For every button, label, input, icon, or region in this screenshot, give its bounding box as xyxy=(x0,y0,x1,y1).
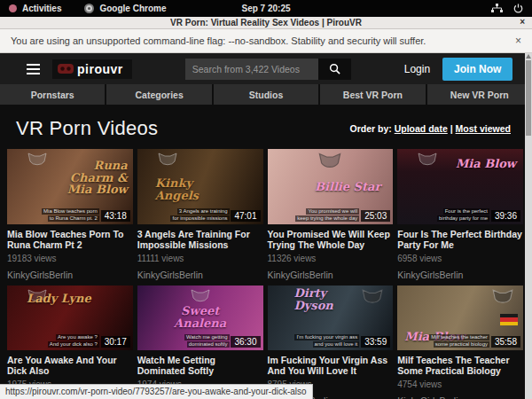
video-card[interactable]: Billie Star You promised we willkeep try… xyxy=(268,149,394,280)
site-navbar: pirouvr Login Join Now xyxy=(0,53,532,84)
view-count: 19183 views xyxy=(7,254,133,263)
video-thumbnail[interactable]: Mia Blow Milf teaches the teachersome pr… xyxy=(397,286,523,350)
studio-link[interactable]: KinkyGirlsBerlin xyxy=(7,270,133,280)
menu-item-new-vr[interactable]: New VR Porn xyxy=(427,84,532,105)
hamburger-menu-icon[interactable] xyxy=(27,64,40,74)
scrollbar-up-arrow-icon[interactable] xyxy=(526,54,531,59)
view-count: 6958 views xyxy=(397,254,523,263)
menu-item-best-vr[interactable]: Best VR Porn xyxy=(320,84,425,105)
studio-link[interactable]: KinkyGirlsBerlin xyxy=(268,270,394,280)
german-flag-icon xyxy=(500,314,518,325)
site-logo[interactable]: pirouvr xyxy=(52,59,132,79)
infobar-close-icon[interactable]: × xyxy=(515,35,521,47)
studio-link[interactable]: KinkyGirlsBerlin xyxy=(397,270,523,280)
join-now-button[interactable]: Join Now xyxy=(442,58,512,81)
system-top-bar: Activities Google Chrome Sep 7 20:25 xyxy=(0,0,532,17)
studio-watermark-icon xyxy=(27,152,48,171)
window-title-bar[interactable]: VR Porn: Virtual Reality Sex Videos | Pi… xyxy=(0,17,532,29)
video-card[interactable]: Mia Blow Milf teaches the teachersome pr… xyxy=(397,286,523,399)
infobar-message: You are using an unsupported command-lin… xyxy=(11,35,426,46)
thumbnail-caption: I'm fucking your virgin assand you will … xyxy=(294,334,359,348)
duration-badge: 35:58 xyxy=(491,336,520,348)
search-button[interactable] xyxy=(318,59,351,80)
studio-watermark-icon xyxy=(491,288,514,309)
order-by-label: Order by: xyxy=(349,123,391,134)
search-input[interactable] xyxy=(185,59,318,80)
thumbnail-caption: Four is the perfectbirthday party for me xyxy=(437,208,489,222)
duration-badge: 43:18 xyxy=(101,210,130,222)
view-count: 4754 views xyxy=(397,379,523,389)
video-title[interactable]: Mia Blow Teaches Porn To Runa Charm Pt 2 xyxy=(7,229,133,250)
category-menubar: Pornstars Categories Studios Best VR Por… xyxy=(0,84,532,105)
thumbnail-caption: Mia Blow teaches pornto Runa Charm pt. 2 xyxy=(42,208,99,222)
thumbnail-caption: Are you awake ?And your dick also ? xyxy=(48,334,99,348)
duration-badge: 47:01 xyxy=(231,210,260,222)
video-title[interactable]: You Promised We Will Keep Trying The Who… xyxy=(268,229,394,250)
window-title: VR Porn: Virtual Reality Sex Videos | Pi… xyxy=(170,18,362,27)
window-close-icon[interactable]: × xyxy=(520,17,525,27)
video-card[interactable]: Dirty Dyson I'm fucking your virgin assa… xyxy=(268,286,394,399)
studio-link[interactable]: KinkyGirlsBerlin xyxy=(137,270,263,280)
video-grid: Runa Charm & Mia Blow Mia Blow teaches p… xyxy=(7,149,523,399)
video-card[interactable]: Runa Charm & Mia Blow Mia Blow teaches p… xyxy=(7,149,133,280)
chrome-infobar: You are using an unsupported command-lin… xyxy=(0,29,532,53)
video-title[interactable]: Im Fucking Your Virgin Ass And You Will … xyxy=(268,355,394,376)
login-link[interactable]: Login xyxy=(404,63,430,75)
video-thumbnail[interactable]: Sweet Analena Watch me gettingdominated … xyxy=(137,286,263,350)
duration-badge: 39:36 xyxy=(491,210,520,222)
video-title[interactable]: Milf Teaches The Teacher Some Practical … xyxy=(397,355,523,376)
thumbnail-caption: You promised we willkeep trying the whol… xyxy=(295,208,359,222)
network-icon[interactable] xyxy=(491,4,503,13)
video-title[interactable]: Four Is The Perfect Birthday Party For M… xyxy=(397,229,523,250)
video-thumbnail[interactable]: Billie Star You promised we willkeep try… xyxy=(268,149,394,224)
video-thumbnail[interactable]: Dirty Dyson I'm fucking your virgin assa… xyxy=(268,286,394,350)
vr-headset-icon xyxy=(58,64,74,74)
video-thumbnail[interactable]: Runa Charm & Mia Blow Mia Blow teaches p… xyxy=(7,149,133,224)
view-count: 11111 views xyxy=(137,254,263,263)
thumbnail-caption: Watch me gettingdominated softly xyxy=(184,334,229,348)
thumbnail-overlay-name: Lady Lyne xyxy=(27,293,91,305)
thumbnail-overlay-name: Dirty Dyson xyxy=(294,287,364,311)
video-card[interactable]: Sweet Analena Watch me gettingdominated … xyxy=(137,286,263,399)
thumbnail-overlay-name: Runa Charm & Mia Blow xyxy=(59,160,128,196)
order-most-viewed-link[interactable]: Most viewed xyxy=(456,123,511,134)
studio-link[interactable]: KinkyGirlsBerlin xyxy=(397,395,523,399)
menu-item-studios[interactable]: Studios xyxy=(214,84,318,105)
clock[interactable]: Sep 7 20:25 xyxy=(0,4,532,13)
scrollbar-thumb[interactable] xyxy=(526,60,531,136)
menu-item-categories[interactable]: Categories xyxy=(106,84,211,105)
search-icon xyxy=(329,63,340,74)
video-thumbnail[interactable]: Kinky Angels 3 Angels are trainingfor im… xyxy=(137,149,263,224)
thumbnail-overlay-name: Sweet Analena xyxy=(156,305,245,329)
video-card[interactable]: Kinky Angels 3 Angels are trainingfor im… xyxy=(137,149,263,280)
studio-watermark-icon xyxy=(317,152,342,175)
thumbnail-overlay-name: Mia Blow xyxy=(456,158,516,170)
video-title[interactable]: Are You Awake And Your Dick Also xyxy=(7,355,133,376)
menu-item-pornstars[interactable]: Pornstars xyxy=(0,84,105,105)
site-logo-text: pirouvr xyxy=(77,62,123,76)
order-by-controls: Order by: Upload date | Most viewed xyxy=(349,123,511,134)
duration-badge: 33:59 xyxy=(361,336,390,348)
page-title: VR Porn Videos xyxy=(16,117,158,140)
browser-scrollbar[interactable] xyxy=(525,53,532,399)
status-url-tooltip: https://pirouvr.com/vr-porn-video/779325… xyxy=(0,384,313,399)
video-title[interactable]: Watch Me Getting Dominated Softly xyxy=(137,355,263,376)
video-thumbnail[interactable]: Lady Lyne Are you awake ?And your dick a… xyxy=(7,286,133,350)
thumbnail-overlay-name: Billie Star xyxy=(315,181,380,193)
thumbnail-caption: 3 Angels are trainingfor impossible miss… xyxy=(170,208,229,222)
studio-watermark-icon xyxy=(361,288,384,309)
duration-badge: 25:03 xyxy=(361,210,390,222)
power-icon[interactable] xyxy=(513,4,523,13)
order-upload-date-link[interactable]: Upload date xyxy=(395,123,448,134)
thumbnail-caption: Milf teaches the teachersome practical b… xyxy=(429,334,489,348)
duration-badge: 30:17 xyxy=(101,336,130,348)
video-thumbnail[interactable]: Mia Blow Four is the perfectbirthday par… xyxy=(397,149,523,224)
thumbnail-overlay-name: Kinky Angels xyxy=(155,177,224,201)
studio-watermark-icon xyxy=(417,152,438,171)
video-title[interactable]: 3 Angels Are Training For Impossible Mis… xyxy=(137,229,263,250)
duration-badge: 36:30 xyxy=(231,336,260,348)
studio-watermark-icon xyxy=(157,152,178,171)
view-count: 11326 views xyxy=(268,254,394,263)
video-card[interactable]: Mia Blow Four is the perfectbirthday par… xyxy=(397,149,523,280)
video-card[interactable]: Lady Lyne Are you awake ?And your dick a… xyxy=(7,286,133,399)
